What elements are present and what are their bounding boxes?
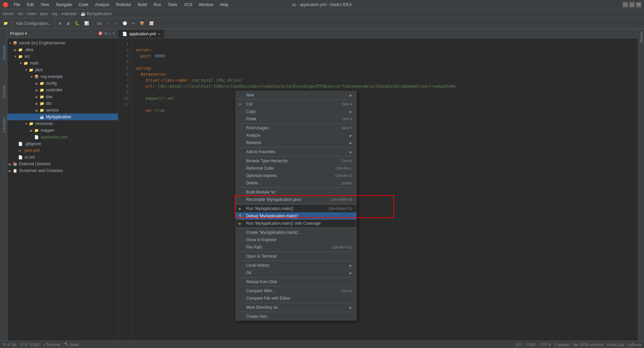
- menu-code[interactable]: Code: [76, 2, 91, 8]
- status-terminal[interactable]: ▪ Terminal: [44, 343, 60, 347]
- ctx-run-main[interactable]: ▶Run 'MyApplication.main()' Ctrl+Shift+F…: [236, 205, 356, 212]
- tree-item-java[interactable]: ▼ 📁 java: [7, 67, 118, 73]
- left-tab-favorites[interactable]: Favorites: [0, 115, 7, 135]
- ctx-paste[interactable]: Paste Ctrl+V: [236, 115, 356, 123]
- tree-item-idea[interactable]: ▶ 📁 .idea: [7, 46, 118, 53]
- status-json-schema[interactable]: No JSON schema: [573, 343, 603, 347]
- tree-item-external-libs[interactable]: ▶ 📚 External Libraries: [7, 161, 118, 167]
- tree-item-dao[interactable]: ▶ 📁 dao: [7, 93, 118, 100]
- tree-item-config[interactable]: ▶ 📁 config: [7, 80, 118, 87]
- project-close-btn[interactable]: ✕: [112, 31, 115, 36]
- ctx-cut[interactable]: ✂Cut Ctrl+X: [236, 100, 356, 108]
- toolbar-add-config[interactable]: Add Configuration...: [14, 19, 53, 28]
- tree-item-pom[interactable]: m pom.xml: [7, 147, 118, 154]
- status-cursor-pos[interactable]: 15:1: [515, 343, 522, 347]
- menu-help[interactable]: Help: [217, 2, 231, 8]
- project-settings-btn[interactable]: ⚙: [104, 31, 107, 36]
- ctx-create-gist[interactable]: Create Gist...: [236, 313, 356, 320]
- menu-window[interactable]: Window: [196, 2, 216, 8]
- ctx-new[interactable]: New ▶: [236, 91, 356, 99]
- breadcrumb-org[interactable]: org: [51, 11, 57, 16]
- ctx-run-coverage[interactable]: ▶Run 'MyApplication.main()' with Coverag…: [236, 220, 356, 227]
- toolbar-git-update[interactable]: ✓: [105, 19, 112, 28]
- ctx-optimize-imports[interactable]: Optimize Imports Ctrl+Alt+O: [236, 172, 356, 179]
- tree-item-org-example[interactable]: ▼ 📦 org.example: [7, 73, 118, 80]
- tree-item-scratches[interactable]: ▶ 📋 Scratches and Consoles: [7, 167, 118, 174]
- status-encoding[interactable]: UTF-8: [540, 343, 551, 347]
- ctx-compare-editor[interactable]: Compare File with Editor: [236, 295, 356, 302]
- close-button[interactable]: ✕: [636, 2, 641, 7]
- status-line-ending[interactable]: CRLF: [526, 343, 536, 347]
- breadcrumb-myapp[interactable]: ☕ MyApplication: [81, 11, 112, 16]
- toolbar-debug[interactable]: 🐛: [73, 19, 82, 28]
- ctx-debug-main[interactable]: 🐛Debug 'MyApplication.main()': [236, 212, 356, 220]
- status-indent[interactable]: 2 spaces: [555, 343, 569, 347]
- ctx-reload-disk[interactable]: Reload from Disk: [236, 278, 356, 286]
- toolbar-git-history[interactable]: 🕐: [121, 19, 129, 28]
- ctx-file-path[interactable]: File Path Ctrl+Alt+F12: [236, 244, 356, 251]
- breadcrumb-server[interactable]: server: [3, 11, 14, 16]
- tree-item-myapplication[interactable]: ☕ MyApplication: [7, 114, 118, 120]
- menu-refactor[interactable]: Refactor: [113, 2, 134, 8]
- ctx-build-module[interactable]: Build Module 'sc': [236, 188, 356, 196]
- ctx-refactor[interactable]: Refactor ▶: [236, 139, 356, 146]
- ctx-mark-directory[interactable]: Mark Directory as ▶: [236, 304, 356, 311]
- menu-analyze[interactable]: Analyze: [92, 2, 112, 8]
- ctx-git[interactable]: Git ▶: [236, 269, 356, 276]
- menu-build[interactable]: Build: [135, 2, 150, 8]
- ctx-analyze[interactable]: Analyze ▶: [236, 132, 356, 139]
- tree-item-resources[interactable]: ▼ 📁 resources: [7, 120, 118, 127]
- ctx-reformat[interactable]: Reformat Code Ctrl+Alt+L: [236, 165, 356, 172]
- ctx-open-terminal[interactable]: Open in Terminal: [236, 253, 356, 260]
- tree-item-mapper[interactable]: ▶ 📁 mapper: [7, 127, 118, 134]
- ctx-compare-with[interactable]: Compare With... Ctrl+D: [236, 287, 356, 295]
- ctx-create-main[interactable]: Create 'MyApplication.main()'...: [236, 229, 356, 236]
- left-tab-structure[interactable]: Structure: [0, 42, 7, 63]
- breadcrumb-example[interactable]: example: [61, 11, 77, 16]
- status-event-log[interactable]: Event Log: [607, 343, 624, 347]
- menu-file[interactable]: File: [11, 2, 23, 8]
- tree-item-application-yml[interactable]: 📄 application.yml: [7, 134, 118, 140]
- status-git[interactable]: ⑨ 9: Git: [3, 342, 16, 347]
- menu-run[interactable]: Run: [151, 2, 164, 8]
- status-todo[interactable]: ☑ 5: TODO: [20, 342, 40, 347]
- toolbar-git-window[interactable]: 🪟: [147, 19, 156, 28]
- tree-item-controller[interactable]: ▶ 📁 controller: [7, 87, 118, 93]
- ctx-delete[interactable]: Delete... Delete: [236, 179, 356, 187]
- ctx-local-history[interactable]: Local History ▶: [236, 262, 356, 269]
- project-locate-btn[interactable]: 🎯: [98, 31, 103, 36]
- tree-item-main[interactable]: ▼ 📁 main: [7, 60, 118, 67]
- minimize-button[interactable]: —: [623, 2, 628, 7]
- toolbar-run[interactable]: ▶: [57, 19, 64, 28]
- toolbar-git-rollback[interactable]: ↩: [130, 19, 137, 28]
- tree-item-src[interactable]: ▼ 📁 src: [7, 53, 118, 60]
- toolbar-coverage[interactable]: 📊: [82, 19, 91, 28]
- menu-edit[interactable]: Edit: [24, 2, 37, 8]
- toolbar-recent-files[interactable]: 📁: [1, 19, 10, 28]
- ctx-add-favorites[interactable]: Add to Favorites ▶: [236, 148, 356, 156]
- right-tab-maven[interactable]: Maven: [638, 29, 644, 45]
- tree-item-gitignore[interactable]: 📄 .gitignore: [7, 140, 118, 147]
- menu-tools[interactable]: Tools: [165, 2, 180, 8]
- ctx-show-explorer[interactable]: Show in Explorer: [236, 236, 356, 244]
- maximize-button[interactable]: □: [629, 2, 635, 7]
- ctx-copy[interactable]: Copy ▶: [236, 108, 356, 115]
- left-tab-commit[interactable]: Commit: [0, 83, 7, 101]
- breadcrumb-java[interactable]: java: [40, 11, 47, 16]
- breadcrumb-src[interactable]: src: [18, 11, 23, 16]
- ctx-recompile[interactable]: Recompile 'MyApplication.java' Ctrl+Shif…: [236, 196, 356, 203]
- tree-item-dto[interactable]: ▶ 📁 dto: [7, 100, 118, 107]
- menu-navigate[interactable]: Navigate: [53, 2, 75, 8]
- menu-vcs[interactable]: VCS: [181, 2, 195, 8]
- tab-close-yml[interactable]: ✕: [158, 32, 160, 36]
- tree-item-server[interactable]: ▼ 📦 server [sc] D:\git\sc\server: [7, 40, 118, 46]
- project-collapse-btn[interactable]: ≡: [109, 31, 111, 36]
- toolbar-stop[interactable]: ⏹: [64, 19, 72, 28]
- code-editor[interactable]: server: port: 8080 spring: datasource: d…: [132, 38, 638, 341]
- toolbar-git-shelve[interactable]: 📦: [138, 19, 146, 28]
- breadcrumb-main[interactable]: main: [27, 11, 36, 16]
- menu-view[interactable]: View: [38, 2, 52, 8]
- toolbar-git-commit[interactable]: ✓: [113, 19, 120, 28]
- editor-tab-yml[interactable]: 📄 application.yml ✕: [118, 30, 165, 38]
- tree-item-service[interactable]: ▶ 📁 service: [7, 107, 118, 114]
